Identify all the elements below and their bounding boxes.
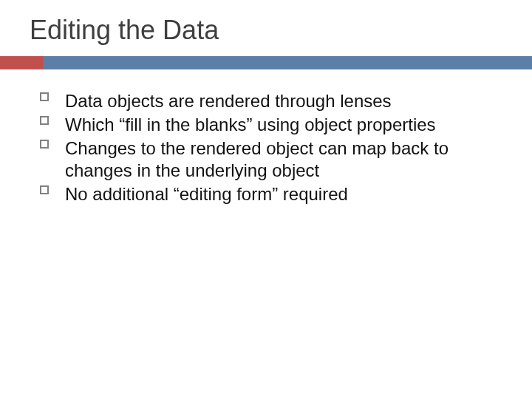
bullet-text: Data objects are rendered through lenses — [65, 91, 392, 111]
title-rule — [27, 56, 505, 69]
bullet-list: Data objects are rendered through lenses… — [40, 90, 505, 205]
slide: Editing the Data Data objects are render… — [0, 0, 532, 399]
square-bullet-icon — [40, 185, 49, 194]
slide-body: Data objects are rendered through lenses… — [27, 90, 505, 205]
list-item: Changes to the rendered object can map b… — [40, 137, 505, 182]
bullet-text: Which “fill in the blanks” using object … — [65, 115, 436, 134]
square-bullet-icon — [40, 116, 49, 125]
accent-bar — [0, 56, 43, 69]
list-item: Which “fill in the blanks” using object … — [40, 114, 505, 136]
list-item: Data objects are rendered through lenses — [40, 90, 505, 112]
divider-bar — [43, 56, 532, 69]
slide-title: Editing the Data — [27, 15, 505, 46]
square-bullet-icon — [40, 92, 49, 101]
bullet-text: No additional “editing form” required — [65, 184, 348, 204]
bullet-text: Changes to the rendered object can map b… — [65, 138, 449, 180]
square-bullet-icon — [40, 140, 49, 149]
list-item: No additional “editing form” required — [40, 183, 505, 205]
